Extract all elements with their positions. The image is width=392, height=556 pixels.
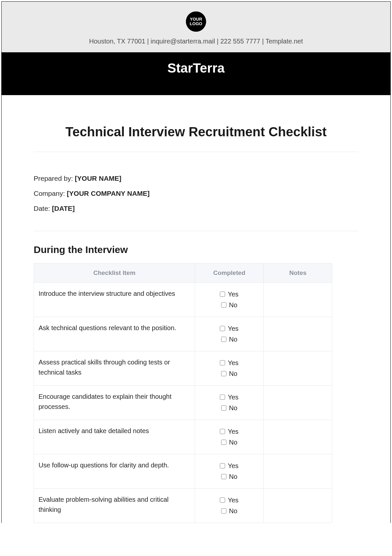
notes-cell[interactable] — [264, 317, 332, 351]
checkbox-yes[interactable] — [220, 326, 225, 331]
completed-cell: Yes No — [195, 420, 264, 454]
table-row: Ask technical questions relevant to the … — [34, 317, 332, 351]
prepared-by-value: [YOUR NAME] — [75, 175, 121, 182]
checkbox-no[interactable] — [221, 474, 226, 479]
checkbox-no[interactable] — [221, 302, 226, 308]
option-no-label: No — [229, 334, 237, 345]
section-title: During the Interview — [34, 244, 358, 255]
option-yes-label: Yes — [228, 289, 238, 299]
date-row: Date: [DATE] — [34, 201, 358, 216]
option-no-label: No — [229, 437, 237, 447]
option-yes-label: Yes — [228, 427, 238, 437]
checklist-item-text: Use follow-up questions for clarity and … — [34, 454, 195, 488]
checkbox-no[interactable] — [221, 371, 226, 376]
checkbox-no[interactable] — [221, 440, 226, 445]
company-label: Company: — [34, 190, 67, 197]
option-yes: Yes — [200, 427, 259, 437]
checkbox-yes[interactable] — [220, 360, 225, 365]
prepared-by-label: Prepared by: — [34, 175, 75, 182]
notes-cell[interactable] — [264, 488, 332, 523]
completed-cell: Yes No — [195, 317, 264, 351]
checkbox-yes[interactable] — [220, 463, 225, 468]
option-no-label: No — [229, 403, 237, 413]
checklist-item-text: Evaluate problem-solving abilities and c… — [34, 488, 195, 523]
notes-cell[interactable] — [264, 454, 332, 488]
date-label: Date: — [34, 205, 52, 212]
option-yes: Yes — [200, 324, 259, 334]
notes-cell[interactable] — [264, 385, 332, 420]
option-no: No — [200, 437, 259, 447]
option-no: No — [200, 472, 259, 482]
table-row: Introduce the interview structure and ob… — [34, 282, 332, 317]
option-yes-label: Yes — [228, 324, 238, 334]
option-no: No — [200, 334, 259, 345]
table-row: Encourage candidates to explain their th… — [34, 385, 332, 420]
table-row: Evaluate problem-solving abilities and c… — [34, 488, 332, 523]
notes-cell[interactable] — [264, 282, 332, 317]
company-value: [YOUR COMPANY NAME] — [67, 190, 150, 197]
option-yes-label: Yes — [228, 461, 238, 471]
col-completed: Completed — [195, 263, 264, 282]
checklist-item-text: Encourage candidates to explain their th… — [34, 385, 195, 420]
checkbox-yes[interactable] — [220, 497, 225, 503]
checkbox-yes[interactable] — [220, 395, 225, 400]
brand-bar: StarTerra — [2, 52, 390, 95]
option-yes-label: Yes — [228, 495, 238, 505]
notes-cell[interactable] — [264, 351, 332, 385]
checkbox-no[interactable] — [221, 337, 226, 342]
completed-cell: Yes No — [195, 488, 264, 523]
checklist-item-text: Introduce the interview structure and ob… — [34, 282, 195, 317]
completed-cell: Yes No — [195, 454, 264, 488]
option-yes-label: Yes — [228, 392, 238, 402]
checklist-item-text: Ask technical questions relevant to the … — [34, 317, 195, 351]
checkbox-no[interactable] — [221, 508, 226, 514]
option-no: No — [200, 300, 259, 310]
company-row: Company: [YOUR COMPANY NAME] — [34, 186, 358, 201]
option-yes: Yes — [200, 392, 259, 402]
page-title: Technical Interview Recruitment Checklis… — [34, 125, 358, 139]
option-no-label: No — [229, 369, 237, 379]
option-yes-label: Yes — [228, 358, 238, 368]
notes-cell[interactable] — [264, 420, 332, 454]
table-row: Listen actively and take detailed notes … — [34, 420, 332, 454]
option-yes: Yes — [200, 358, 259, 368]
option-no: No — [200, 369, 259, 379]
option-no: No — [200, 403, 259, 413]
contact-line: Houston, TX 77001 | inquire@starterra.ma… — [2, 32, 390, 52]
option-yes: Yes — [200, 289, 259, 299]
logo-placeholder: YOUR LOGO — [186, 11, 206, 32]
header-area: YOUR LOGO Houston, TX 77001 | inquire@st… — [2, 2, 390, 95]
date-value: [DATE] — [52, 205, 75, 212]
option-yes: Yes — [200, 461, 259, 471]
checkbox-yes[interactable] — [220, 429, 225, 434]
divider — [34, 231, 358, 231]
option-yes: Yes — [200, 495, 259, 505]
completed-cell: Yes No — [195, 351, 264, 385]
col-notes: Notes — [264, 263, 332, 282]
table-row: Use follow-up questions for clarity and … — [34, 454, 332, 488]
page-frame: YOUR LOGO Houston, TX 77001 | inquire@st… — [1, 1, 391, 523]
checklist-item-text: Assess practical skills through coding t… — [34, 351, 195, 385]
table-header-row: Checklist Item Completed Notes — [34, 263, 332, 282]
option-no-label: No — [229, 506, 237, 516]
option-no: No — [200, 506, 259, 516]
col-item: Checklist Item — [34, 263, 195, 282]
checklist-body: Introduce the interview structure and ob… — [34, 282, 332, 523]
meta-block: Prepared by: [YOUR NAME] Company: [YOUR … — [34, 152, 358, 231]
checklist-item-text: Listen actively and take detailed notes — [34, 420, 195, 454]
checklist-table: Checklist Item Completed Notes Introduce… — [34, 263, 332, 523]
document-content: Technical Interview Recruitment Checklis… — [2, 95, 390, 523]
prepared-by-row: Prepared by: [YOUR NAME] — [34, 171, 358, 186]
option-no-label: No — [229, 472, 237, 482]
completed-cell: Yes No — [195, 282, 264, 317]
checkbox-no[interactable] — [221, 405, 226, 411]
table-row: Assess practical skills through coding t… — [34, 351, 332, 385]
checkbox-yes[interactable] — [220, 292, 225, 297]
option-no-label: No — [229, 300, 237, 310]
completed-cell: Yes No — [195, 385, 264, 420]
logo-text: YOUR LOGO — [186, 17, 206, 26]
